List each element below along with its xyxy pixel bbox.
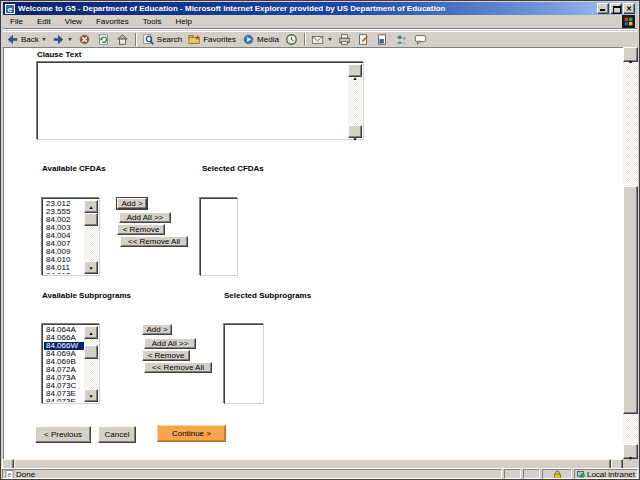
forward-dropdown-icon[interactable]	[68, 38, 72, 41]
subprogram-add-all-button[interactable]: Add All >>	[144, 338, 196, 349]
discuss-icon	[414, 33, 427, 46]
messenger-icon	[395, 33, 408, 46]
vertical-scrollbar[interactable]	[623, 47, 638, 459]
back-label: Back	[21, 35, 39, 44]
refresh-button[interactable]	[94, 32, 113, 47]
cfda-add-button[interactable]: Add >	[117, 198, 147, 209]
back-button[interactable]: Back	[3, 32, 49, 47]
restore-button[interactable]	[610, 3, 622, 14]
cancel-button[interactable]: Cancel	[98, 426, 136, 443]
edit-word-button[interactable]	[373, 32, 392, 47]
menu-item[interactable]: File	[3, 15, 30, 28]
messenger-button[interactable]	[392, 32, 411, 47]
zone-pane: Local intranet	[574, 469, 638, 479]
available-cfdas-listbox[interactable]: 23.01223.55584.00284.00384.00484.00784.0…	[42, 198, 100, 276]
cfda-remove-all-button[interactable]: << Remove All	[120, 236, 188, 247]
close-button[interactable]	[623, 3, 635, 14]
selected-subprograms-label: Selected Subprograms	[224, 291, 311, 300]
scroll-down-button[interactable]	[623, 444, 638, 459]
media-label: Media	[257, 35, 279, 44]
home-icon	[116, 33, 129, 46]
mail-button[interactable]	[308, 32, 335, 47]
subprograms-listbox-scrollbar[interactable]	[84, 326, 98, 402]
scroll-down-button[interactable]	[348, 125, 362, 138]
mail-dropdown-icon[interactable]	[328, 38, 332, 41]
available-subprograms-label: Available Subprograms	[42, 291, 131, 300]
scroll-up-button[interactable]	[84, 200, 98, 213]
forward-icon	[52, 33, 65, 46]
previous-button[interactable]: < Previous	[35, 426, 91, 443]
toolbar-separator	[135, 33, 136, 46]
search-label: Search	[157, 35, 182, 44]
discuss-button[interactable]	[411, 32, 430, 47]
status-pane: e Done	[2, 469, 502, 479]
selected-cfdas-label: Selected CFDAs	[202, 164, 264, 173]
cfda-add-all-button[interactable]: Add All >>	[119, 212, 171, 223]
toolbar: Back	[3, 31, 637, 47]
print-icon	[338, 33, 351, 46]
scrollbar-thumb[interactable]	[84, 345, 98, 359]
subprogram-option[interactable]: 84.073F	[44, 398, 84, 402]
print-button[interactable]	[335, 32, 354, 47]
status-text: Done	[16, 470, 35, 479]
continue-button[interactable]: Continue >	[157, 425, 226, 442]
favorites-icon	[188, 33, 201, 46]
page-content: Clause Text Available CFDAs Selected CFD…	[3, 47, 625, 459]
title-bar: e Welcome to G5 - Department of Educatio…	[3, 2, 637, 15]
svg-text:e: e	[8, 5, 13, 14]
edit-icon	[357, 33, 370, 46]
mail-icon	[311, 33, 325, 46]
media-button[interactable]: Media	[239, 32, 282, 47]
subprogram-add-button[interactable]: Add >	[142, 324, 172, 335]
stop-icon	[78, 33, 91, 46]
menu-item[interactable]: Favorites	[89, 15, 136, 28]
textarea-scrollbar[interactable]	[348, 64, 362, 138]
windows-logo-icon	[621, 15, 636, 28]
cfda-listbox-scrollbar[interactable]	[84, 200, 98, 274]
menu-item[interactable]: Help	[168, 15, 198, 28]
page-status-icon: e	[5, 470, 14, 479]
available-cfdas-label: Available CFDAs	[42, 164, 106, 173]
back-dropdown-icon[interactable]	[42, 38, 46, 41]
history-button[interactable]	[282, 32, 301, 47]
zone-text: Local intranet	[587, 470, 635, 479]
cfda-remove-button[interactable]: < Remove	[117, 224, 165, 235]
browser-window: e Welcome to G5 - Department of Educatio…	[0, 0, 640, 480]
word-document-icon	[376, 33, 389, 46]
subprogram-remove-button[interactable]: < Remove	[142, 350, 190, 361]
scroll-down-button[interactable]	[84, 261, 98, 274]
menu-item[interactable]: Tools	[136, 15, 169, 28]
edit-button[interactable]	[354, 32, 373, 47]
selected-cfdas-listbox[interactable]	[200, 198, 238, 276]
clause-text-label: Clause Text	[37, 50, 81, 59]
toolbar-separator	[304, 33, 305, 46]
scrollbar-thumb[interactable]	[623, 186, 638, 414]
scroll-up-button[interactable]	[623, 47, 638, 62]
home-button[interactable]	[113, 32, 132, 47]
scrollbar-thumb[interactable]	[84, 213, 98, 226]
scroll-up-button[interactable]	[84, 326, 98, 339]
forward-button[interactable]	[49, 32, 75, 47]
scroll-up-button[interactable]	[348, 64, 362, 77]
status-pane-empty	[504, 469, 521, 479]
search-button[interactable]: Search	[139, 32, 185, 47]
cfda-option[interactable]: 84.012	[44, 272, 84, 274]
available-subprograms-listbox[interactable]: 84.064A84.066A84.066W84.069A84.069B84.07…	[42, 324, 100, 404]
subprogram-remove-all-button[interactable]: << Remove All	[144, 362, 212, 373]
back-icon	[6, 33, 19, 46]
clause-textarea[interactable]	[37, 62, 364, 140]
window-icon: e	[5, 4, 15, 14]
scroll-down-button[interactable]	[84, 389, 98, 402]
search-icon	[142, 33, 155, 46]
lock-icon	[553, 470, 562, 479]
selected-subprograms-listbox[interactable]	[224, 324, 264, 404]
menu-item[interactable]: Edit	[30, 15, 58, 28]
favorites-button[interactable]: Favorites	[185, 32, 239, 47]
minimize-button[interactable]	[597, 3, 609, 14]
favorites-label: Favorites	[203, 35, 236, 44]
menu-item[interactable]: View	[58, 15, 89, 28]
security-pane	[542, 469, 572, 479]
stop-button[interactable]	[75, 32, 94, 47]
svg-text:e: e	[8, 470, 12, 479]
status-pane-empty	[523, 469, 540, 479]
